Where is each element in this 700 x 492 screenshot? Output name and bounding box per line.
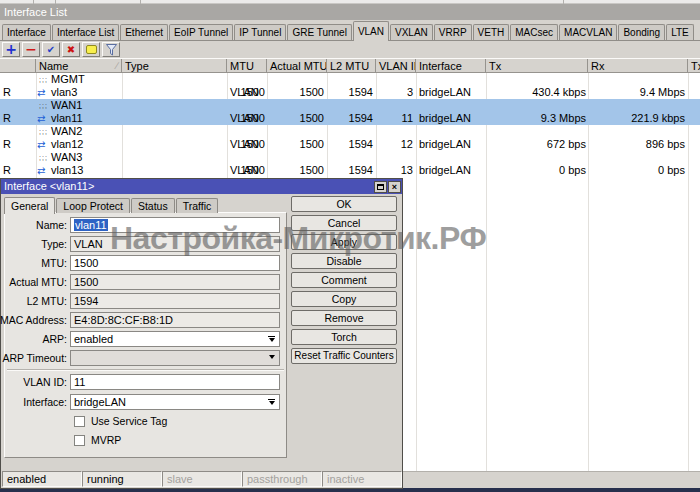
disable-button[interactable]: Disable bbox=[291, 253, 397, 269]
status-passthrough: passthrough bbox=[242, 471, 322, 487]
dialog-tab-general[interactable]: General bbox=[4, 197, 55, 214]
col-name[interactable]: Name∕ bbox=[36, 59, 122, 73]
table-row-vlan12[interactable]: R ⇄ vlan12 VLAN 1500 1500 1594 12 bridge… bbox=[0, 138, 700, 151]
tab-ip-tunnel[interactable]: IP Tunnel bbox=[234, 24, 286, 40]
running-flag: R bbox=[3, 112, 11, 125]
dropdown-icon[interactable] bbox=[269, 355, 275, 359]
plus-icon: + bbox=[5, 43, 17, 56]
tab-macvlan[interactable]: MACVLAN bbox=[559, 24, 617, 40]
tab-interface-list[interactable]: Interface List bbox=[52, 24, 119, 40]
col-interface[interactable]: Interface bbox=[416, 59, 486, 73]
ok-button[interactable]: OK bbox=[291, 196, 397, 212]
iface-l2-mtu: 1594 bbox=[327, 112, 373, 125]
tab-ethernet[interactable]: Ethernet bbox=[120, 24, 168, 40]
comment-row-mgmt[interactable]: ;;; MGMT bbox=[0, 73, 700, 86]
dialog-status-bar: enabled running slave passthrough inacti… bbox=[2, 471, 402, 487]
arp-timeout-dropdown[interactable] bbox=[70, 350, 280, 366]
tab-lte[interactable]: LTE bbox=[666, 24, 694, 40]
interface-dropdown[interactable]: bridgeLAN bbox=[70, 394, 280, 410]
apply-button[interactable]: Apply bbox=[291, 234, 397, 250]
maximize-icon bbox=[377, 184, 384, 190]
name-field[interactable]: vlan11 bbox=[70, 217, 280, 233]
dropdown-icon[interactable] bbox=[268, 399, 275, 405]
dialog-tab-traffic[interactable]: Traffic bbox=[176, 198, 219, 213]
l2-mtu-field: 1594 bbox=[70, 293, 280, 309]
enable-button[interactable]: ✔ bbox=[42, 42, 60, 57]
iface-tx: 430.4 kbps bbox=[486, 86, 586, 99]
mtu-label: MTU: bbox=[41, 255, 67, 271]
vlan-interface-icon: ⇄ bbox=[37, 164, 49, 177]
cancel-button[interactable]: Cancel bbox=[291, 215, 397, 231]
comment-marks: ;;; bbox=[39, 151, 48, 164]
col-flags[interactable] bbox=[0, 59, 36, 73]
table-row-vlan3[interactable]: R ⇄ vlan3 VLAN 1500 1500 1594 3 bridgeLA… bbox=[0, 86, 700, 99]
tab-vlan[interactable]: VLAN bbox=[353, 21, 389, 41]
remove-button[interactable]: Remove bbox=[291, 310, 397, 326]
close-button[interactable]: × bbox=[388, 181, 401, 193]
status-slave: slave bbox=[162, 471, 242, 487]
disable-button[interactable]: ✖ bbox=[62, 42, 80, 57]
mtu-field[interactable]: 1500 bbox=[70, 255, 280, 271]
tab-gre-tunnel[interactable]: GRE Tunnel bbox=[287, 24, 351, 40]
actual-mtu-label: Actual MTU: bbox=[9, 274, 67, 290]
mac-address-field: E4:8D:8C:CF:B8:1D bbox=[70, 312, 280, 328]
tab-vrrp[interactable]: VRRP bbox=[434, 24, 472, 40]
tab-bonding[interactable]: Bonding bbox=[618, 24, 665, 40]
col-mtu[interactable]: MTU bbox=[227, 59, 267, 73]
iface-l2-mtu: 1594 bbox=[327, 138, 373, 151]
comment-button[interactable]: Comment bbox=[291, 272, 397, 288]
name-label: Name: bbox=[36, 217, 67, 233]
iface-vlan-id: 13 bbox=[376, 164, 413, 177]
comment-row-wan3[interactable]: ;;; WAN3 bbox=[0, 151, 700, 164]
use-service-tag-checkbox[interactable] bbox=[74, 416, 85, 427]
iface-l2-mtu: 1594 bbox=[327, 164, 373, 177]
reset-traffic-counters-button[interactable]: Reset Traffic Counters bbox=[291, 348, 397, 364]
tab-eoip-tunnel[interactable]: EoIP Tunnel bbox=[169, 24, 233, 40]
comment-row-wan2[interactable]: ;;; WAN2 bbox=[0, 125, 700, 138]
running-flag: R bbox=[3, 138, 11, 151]
comment-row-wan1[interactable]: ;;; WAN1 bbox=[0, 99, 700, 112]
torch-button[interactable]: Torch bbox=[291, 329, 397, 345]
comment-icon bbox=[86, 45, 97, 54]
mac-address-label: MAC Address: bbox=[0, 312, 67, 328]
comment-text: WAN3 bbox=[51, 151, 82, 164]
tab-vxlan[interactable]: VXLAN bbox=[390, 24, 433, 40]
dialog-tab-loop-protect[interactable]: Loop Protect bbox=[56, 198, 130, 213]
vlan-id-field[interactable]: 11 bbox=[70, 374, 280, 390]
add-button[interactable]: + bbox=[2, 42, 20, 57]
iface-actual-mtu: 1500 bbox=[267, 164, 324, 177]
vlan-interface-icon: ⇄ bbox=[37, 112, 49, 125]
col-vlan-id[interactable]: VLAN ID bbox=[376, 59, 416, 73]
col-type[interactable]: Type bbox=[122, 59, 227, 73]
col-tx[interactable]: Tx bbox=[486, 59, 588, 73]
window-titlebar[interactable]: Interface List bbox=[0, 4, 700, 20]
iface-name: vlan11 bbox=[51, 112, 83, 125]
use-service-tag-label: Use Service Tag bbox=[91, 415, 167, 428]
tab-veth[interactable]: VETH bbox=[473, 24, 510, 40]
table-row-vlan11[interactable]: R ⇄ vlan11 VLAN 1500 1500 1594 11 bridge… bbox=[0, 112, 700, 125]
col-actual-mtu[interactable]: Actual MTU bbox=[267, 59, 327, 73]
interface-vlan11-dialog: Interface <vlan11> × General Loop Protec… bbox=[0, 178, 403, 489]
use-service-tag-row: Use Service Tag bbox=[74, 415, 167, 428]
arp-dropdown[interactable]: enabled bbox=[70, 331, 280, 347]
vlan-interface-icon: ⇄ bbox=[37, 86, 49, 99]
filter-button[interactable] bbox=[102, 42, 120, 57]
col-tx-packet[interactable]: Tx P bbox=[688, 59, 700, 73]
toolbar: + − ✔ ✖ bbox=[0, 41, 700, 58]
col-rx[interactable]: Rx bbox=[588, 59, 688, 73]
mvrp-checkbox[interactable] bbox=[74, 435, 85, 446]
table-row-vlan13[interactable]: R ⇄ vlan13 VLAN 1500 1500 1594 13 bridge… bbox=[0, 164, 700, 177]
iface-vlan-id: 3 bbox=[376, 86, 413, 99]
dropdown-icon[interactable] bbox=[268, 336, 275, 342]
maximize-button[interactable] bbox=[374, 181, 387, 193]
col-l2-mtu[interactable]: L2 MTU bbox=[327, 59, 376, 73]
dialog-tab-status[interactable]: Status bbox=[131, 198, 175, 213]
copy-button[interactable]: Copy bbox=[291, 291, 397, 307]
comment-button[interactable] bbox=[82, 42, 100, 57]
tab-interface[interactable]: Interface bbox=[2, 24, 51, 40]
arp-label: ARP: bbox=[42, 331, 67, 347]
dialog-titlebar[interactable]: Interface <vlan11> × bbox=[1, 179, 402, 194]
remove-button[interactable]: − bbox=[22, 42, 40, 57]
tab-macsec[interactable]: MACsec bbox=[510, 24, 558, 40]
comment-marks: ;;; bbox=[39, 125, 48, 138]
